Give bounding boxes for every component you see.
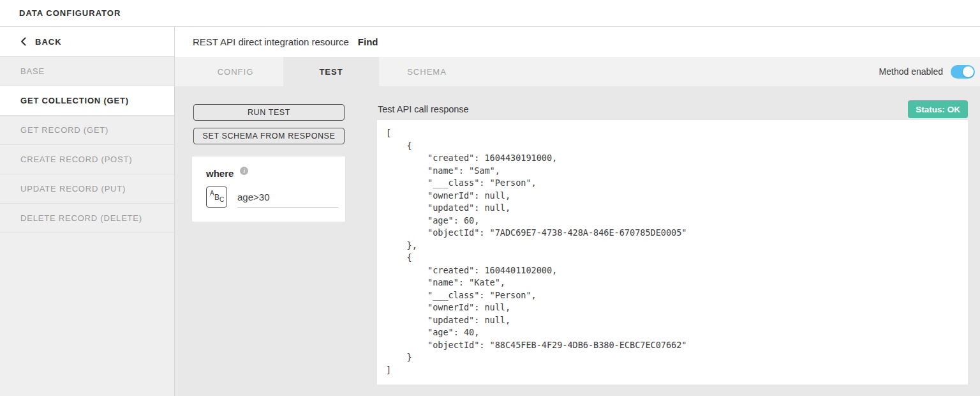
sidebar-item-get-collection[interactable]: GET COLLECTION (GET): [0, 86, 174, 116]
tab-label: SCHEMA: [407, 67, 447, 77]
sidebar-item-label: DELETE RECORD (DELETE): [20, 213, 142, 223]
resource-title: REST API direct integration resource: [193, 36, 349, 47]
sidebar-item-get-record[interactable]: GET RECORD (GET): [0, 116, 174, 145]
method-name: Find: [358, 36, 378, 47]
sidebar-item-label: BASE: [20, 66, 45, 76]
tab-config[interactable]: CONFIG: [188, 57, 283, 86]
tab-schema[interactable]: SCHEMA: [379, 57, 475, 86]
where-label: where: [206, 168, 234, 179]
abc-char-c: C: [219, 196, 224, 203]
chevron-left-icon: [20, 37, 26, 46]
sidebar-item-label: CREATE RECORD (POST): [20, 155, 132, 164]
abc-char-b: B: [214, 193, 219, 202]
set-schema-from-response-button[interactable]: SET SCHEMA FROM RESPONSE: [193, 128, 345, 144]
back-label: BACK: [35, 37, 62, 47]
main-layout: BACK BASE GET COLLECTION (GET) GET RECOR…: [0, 27, 980, 396]
top-app-bar: DATA CONFIGURATOR: [0, 0, 980, 27]
sidebar-item-delete-record[interactable]: DELETE RECORD (DELETE): [0, 204, 174, 233]
response-panel: [ { "created": 1604430191000, "name": "S…: [377, 120, 968, 385]
method-toggle-group: Method enabled: [879, 57, 980, 86]
run-test-button[interactable]: RUN TEST: [193, 104, 345, 121]
sidebar-item-create-record[interactable]: CREATE RECORD (POST): [0, 145, 174, 174]
sidebar-item-label: GET RECORD (GET): [20, 125, 108, 135]
sidebar-item-base[interactable]: BASE: [0, 57, 174, 86]
response-body: [ { "created": 1604430191000, "name": "S…: [377, 120, 968, 383]
tabbar-spacer: [475, 57, 879, 86]
abc-char-a: A: [210, 190, 214, 197]
test-tab-workarea: RUN TEST SET SCHEMA FROM RESPONSE where …: [175, 86, 980, 396]
resource-header: REST API direct integration resource Fin…: [175, 27, 980, 57]
response-title: Test API call response: [378, 104, 469, 114]
toggle-knob: [963, 66, 974, 77]
back-button[interactable]: BACK: [0, 27, 174, 57]
status-badge: Status: OK: [908, 100, 968, 118]
where-card: where i A B C: [192, 156, 345, 222]
sidebar-item-label: UPDATE RECORD (PUT): [20, 184, 126, 194]
tab-test[interactable]: TEST: [283, 57, 379, 86]
where-input[interactable]: [237, 192, 338, 208]
method-enabled-toggle[interactable]: [951, 65, 975, 79]
sidebar-item-update-record[interactable]: UPDATE RECORD (PUT): [0, 174, 174, 204]
abc-text-type-icon[interactable]: A B C: [206, 187, 227, 208]
info-icon[interactable]: i: [240, 167, 248, 175]
method-enabled-label: Method enabled: [879, 66, 943, 77]
sidebar: BACK BASE GET COLLECTION (GET) GET RECOR…: [0, 27, 175, 396]
sidebar-item-label: GET COLLECTION (GET): [20, 96, 129, 105]
app-title: DATA CONFIGURATOR: [19, 8, 121, 18]
tab-label: CONFIG: [218, 67, 254, 77]
tab-label: TEST: [319, 67, 343, 77]
content-area: REST API direct integration resource Fin…: [175, 27, 980, 396]
tab-bar: CONFIG TEST SCHEMA Method enabled: [175, 57, 980, 86]
